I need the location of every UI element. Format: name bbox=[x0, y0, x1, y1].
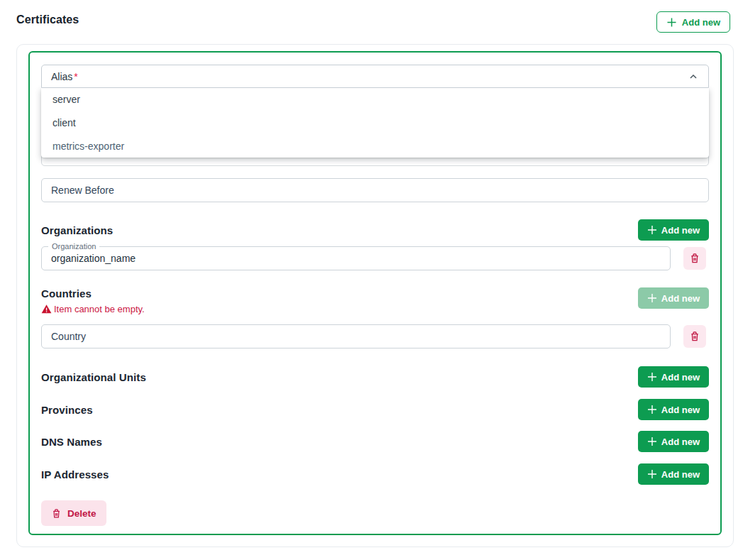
section-heading-organizational-units: Organizational Units bbox=[41, 371, 146, 383]
countries-error-message: Item cannot be empty. bbox=[41, 304, 145, 314]
add-ip-address-label: Add new bbox=[661, 469, 700, 480]
add-certificate-button[interactable]: Add new bbox=[656, 11, 730, 33]
section-heading-dns-names: DNS Names bbox=[41, 436, 102, 448]
section-heading-countries: Countries bbox=[41, 287, 145, 300]
add-province-button[interactable]: Add new bbox=[638, 399, 709, 420]
countries-error-text: Item cannot be empty. bbox=[54, 304, 145, 314]
plus-icon bbox=[647, 293, 657, 303]
organization-field-label: Organization bbox=[48, 242, 99, 251]
plus-icon bbox=[666, 17, 677, 28]
organization-field: Organization bbox=[41, 246, 671, 270]
country-item-row bbox=[41, 324, 709, 348]
alias-select[interactable]: Alias* bbox=[41, 65, 709, 88]
add-ip-address-button[interactable]: Add new bbox=[638, 463, 709, 485]
alias-dropdown-panel: server client metrics-exporter bbox=[41, 88, 709, 158]
plus-icon bbox=[647, 469, 657, 479]
warning-icon bbox=[41, 304, 52, 314]
organization-item-row: Organization bbox=[41, 246, 709, 270]
trash-icon bbox=[689, 253, 700, 264]
certificate-form-card: Alias* server client metrics-exporter Or… bbox=[28, 51, 722, 535]
plus-icon bbox=[647, 372, 657, 382]
add-organizational-unit-label: Add new bbox=[661, 372, 700, 383]
add-dns-name-button[interactable]: Add new bbox=[638, 431, 709, 452]
add-country-label: Add new bbox=[661, 293, 700, 304]
organizations-section-header: Organizations Add new bbox=[41, 219, 709, 241]
alias-select-label: Alias* bbox=[51, 71, 78, 82]
section-heading-ip-addresses: IP Addresses bbox=[41, 468, 109, 481]
countries-section-header: Countries Item cannot be empty. Add new bbox=[41, 287, 709, 314]
page-title: Certificates bbox=[16, 13, 79, 26]
delete-certificate-label: Delete bbox=[67, 508, 97, 519]
countries-heading-block: Countries Item cannot be empty. bbox=[41, 287, 145, 314]
trash-icon bbox=[689, 331, 700, 342]
organization-input[interactable] bbox=[51, 253, 661, 264]
alias-option-server[interactable]: server bbox=[41, 88, 709, 111]
plus-icon bbox=[647, 225, 657, 235]
add-country-button[interactable]: Add new bbox=[638, 287, 709, 309]
required-asterisk: * bbox=[74, 71, 77, 82]
provinces-section-header: Provinces Add new bbox=[41, 399, 709, 420]
alias-option-client[interactable]: client bbox=[41, 111, 709, 135]
add-organization-button[interactable]: Add new bbox=[638, 219, 709, 241]
section-heading-provinces: Provinces bbox=[41, 404, 93, 416]
add-organizational-unit-button[interactable]: Add new bbox=[638, 366, 709, 388]
renew-before-input[interactable] bbox=[41, 178, 709, 202]
alias-option-metrics-exporter[interactable]: metrics-exporter bbox=[41, 134, 709, 158]
section-heading-organizations: Organizations bbox=[41, 224, 113, 236]
certificates-page: Certificates Add new Alias* bbox=[0, 0, 743, 560]
add-certificate-label: Add new bbox=[682, 17, 720, 28]
certificates-panel: Alias* server client metrics-exporter Or… bbox=[16, 44, 734, 547]
trash-icon bbox=[51, 508, 62, 519]
plus-icon bbox=[647, 405, 657, 414]
page-header: Certificates Add new bbox=[16, 10, 730, 33]
add-province-label: Add new bbox=[661, 405, 700, 415]
delete-organization-button[interactable] bbox=[683, 247, 706, 270]
delete-country-button[interactable] bbox=[683, 325, 706, 348]
organizational-units-section-header: Organizational Units Add new bbox=[41, 366, 709, 388]
plus-icon bbox=[647, 437, 657, 446]
delete-certificate-button[interactable]: Delete bbox=[41, 500, 106, 526]
country-input[interactable] bbox=[41, 324, 671, 348]
add-organization-label: Add new bbox=[661, 225, 700, 236]
dns-names-section-header: DNS Names Add new bbox=[41, 431, 709, 452]
chevron-up-icon bbox=[688, 71, 699, 82]
add-dns-name-label: Add new bbox=[661, 437, 700, 447]
ip-addresses-section-header: IP Addresses Add new bbox=[41, 463, 709, 485]
alias-field-cluster: Alias* server client metrics-exporter bbox=[41, 65, 709, 178]
